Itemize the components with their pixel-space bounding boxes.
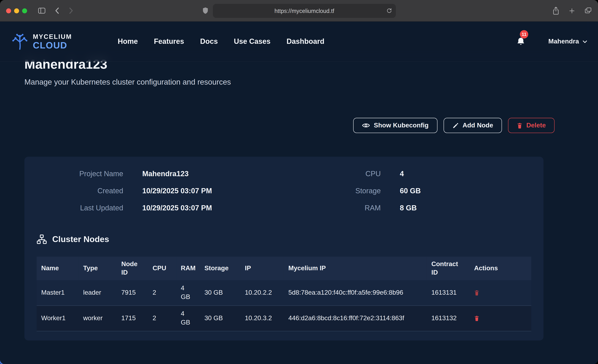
cell-type: worker — [78, 306, 117, 331]
column-header: Name — [37, 257, 79, 280]
share-button[interactable] — [552, 7, 560, 15]
detail-row: Project Name Mahendra123 — [37, 165, 324, 182]
address-bar[interactable]: https://myceliumcloud.tf — [213, 4, 396, 18]
cell-storage: 30 GB — [200, 306, 240, 331]
detail-row: Last Updated 10/29/2025 03:07 PM — [37, 199, 324, 216]
trash-icon — [517, 122, 523, 129]
brand-line2: CLOUD — [33, 41, 72, 50]
nav-link[interactable]: Home — [118, 37, 138, 46]
zoom-window-button[interactable] — [22, 8, 27, 13]
screen: https://myceliumcloud.tf — [0, 0, 598, 364]
brand[interactable]: MYCELIUM CLOUD — [11, 33, 72, 50]
address-bar-group: https://myceliumcloud.tf — [202, 0, 396, 21]
cluster-card: Project Name Mahendra123 Created 10/29/2… — [25, 157, 544, 340]
show-kubeconfig-button[interactable]: Show Kubeconfig — [353, 118, 437, 133]
detail-row: RAM 8 GB — [324, 199, 531, 216]
brand-line1: MYCELIUM — [33, 33, 72, 40]
chevron-left-icon — [55, 7, 59, 14]
main-content: Mahendra123 Manage your Kubernetes clust… — [0, 22, 598, 340]
cluster-nodes-table-body: Master1 leader 7915 2 4 GB 30 GB 10.20.2… — [37, 280, 532, 331]
add-node-label: Add Node — [463, 122, 493, 129]
detail-value: 4 — [400, 169, 404, 178]
user-menu[interactable]: Mahendra — [548, 38, 587, 45]
sidebar-icon — [38, 7, 46, 14]
back-button[interactable] — [55, 7, 59, 14]
column-header: Node ID — [117, 257, 148, 280]
shield-icon[interactable] — [202, 7, 209, 14]
detail-value: Mahendra123 — [142, 169, 189, 178]
cell-cpu: 2 — [148, 306, 176, 331]
reload-icon — [386, 8, 392, 13]
cell-node-id: 1715 — [117, 306, 148, 331]
notifications-button[interactable]: 11 — [516, 37, 525, 47]
page-subtitle: Manage your Kubernetes cluster configura… — [25, 78, 573, 87]
column-header: IP — [240, 257, 284, 280]
detail-label: RAM — [324, 204, 381, 212]
reload-button[interactable] — [386, 8, 392, 13]
trash-icon — [474, 315, 479, 321]
top-navigation: MYCELIUM CLOUD Home Features Docs Use Ca… — [0, 22, 598, 62]
brand-text: MYCELIUM CLOUD — [33, 33, 72, 50]
column-header: Type — [78, 257, 117, 280]
nav-link[interactable]: Dashboard — [286, 37, 324, 46]
chevron-right-icon — [69, 7, 73, 14]
detail-label: Last Updated — [37, 204, 123, 212]
detail-label: Project Name — [37, 169, 123, 178]
cell-mycelium-ip: 446:d2a6:8bcd:8c16:ff0f:72e2:3114:863f — [284, 306, 427, 331]
detail-row: Created 10/29/2025 03:07 PM — [37, 182, 324, 199]
mycelium-logo-icon — [11, 33, 29, 50]
nav-link[interactable]: Use Cases — [234, 37, 271, 46]
detail-row: CPU 4 — [324, 165, 531, 182]
delete-node-button[interactable] — [474, 315, 479, 321]
tab-overview-button[interactable] — [584, 7, 592, 14]
cluster-details: Project Name Mahendra123 Created 10/29/2… — [37, 165, 532, 216]
sidebar-toggle-button[interactable] — [38, 7, 46, 14]
page-viewport: MYCELIUM CLOUD Home Features Docs Use Ca… — [0, 22, 598, 364]
cluster-actions: Show Kubeconfig Add Node Delete — [25, 118, 573, 133]
column-header: Mycelium IP — [284, 257, 427, 280]
column-header: Storage — [200, 257, 240, 280]
nav-right: 11 Mahendra — [516, 37, 587, 47]
browser-window: https://myceliumcloud.tf — [0, 0, 598, 364]
url-text: https://myceliumcloud.tf — [274, 8, 334, 14]
chrome-right-actions — [552, 0, 592, 21]
cluster-nodes-table: Name Type Node ID CPU RAM — [37, 257, 532, 331]
add-node-button[interactable]: Add Node — [443, 118, 502, 133]
detail-value: 8 GB — [400, 204, 417, 212]
cell-node-id: 7915 — [117, 280, 148, 306]
new-tab-button[interactable] — [569, 8, 575, 14]
cell-name: Worker1 — [37, 306, 79, 331]
cell-mycelium-ip: 5d8:78ea:a120:f40c:ff0f:a5fe:99e6:8b96 — [284, 280, 427, 306]
nav-link[interactable]: Features — [154, 37, 184, 46]
close-window-button[interactable] — [6, 8, 11, 13]
column-header: RAM — [176, 257, 200, 280]
detail-value: 10/29/2025 03:07 PM — [142, 204, 212, 212]
table-row: Worker1 worker 1715 2 4 GB 30 GB 10.20.3… — [37, 306, 532, 331]
cell-type: leader — [78, 280, 117, 306]
minimize-window-button[interactable] — [14, 8, 19, 13]
cluster-nodes-header: Cluster Nodes — [37, 234, 532, 244]
column-header: CPU — [148, 257, 176, 280]
cell-actions — [470, 306, 531, 331]
cell-ip: 10.20.3.2 — [240, 306, 284, 331]
browser-chrome: https://myceliumcloud.tf — [0, 0, 598, 22]
delete-node-button[interactable] — [474, 290, 479, 296]
table-header-row: Name Type Node ID CPU RAM — [37, 257, 532, 280]
cell-contract-id: 1613132 — [427, 306, 469, 331]
cell-storage: 30 GB — [200, 280, 240, 306]
plus-icon — [569, 8, 575, 14]
cell-actions — [470, 280, 531, 306]
delete-cluster-button[interactable]: Delete — [508, 118, 555, 133]
detail-label: Storage — [324, 187, 381, 195]
pencil-icon — [452, 122, 459, 129]
delete-label: Delete — [526, 122, 546, 129]
table-head: Name Type Node ID CPU RAM — [37, 257, 532, 280]
tabs-overview-icon — [584, 7, 592, 14]
nav-link[interactable]: Docs — [200, 37, 218, 46]
eye-icon — [362, 123, 370, 129]
history-navigation — [55, 7, 73, 14]
cell-name: Master1 — [37, 280, 79, 306]
cell-ram: 4 GB — [176, 280, 200, 306]
forward-button[interactable] — [69, 7, 73, 14]
traffic-lights — [6, 8, 27, 13]
